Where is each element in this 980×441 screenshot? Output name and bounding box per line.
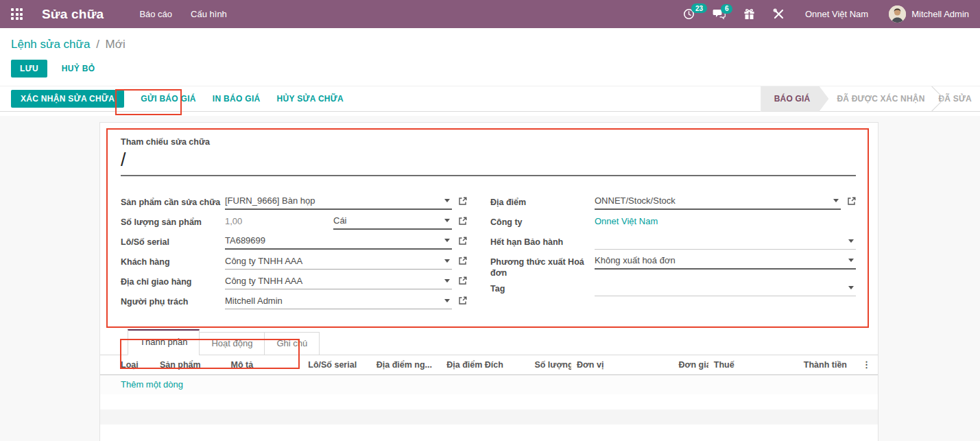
customer-label: Khách hàng [121, 253, 225, 267]
external-link-icon[interactable] [458, 257, 467, 265]
dropdown-caret-icon[interactable] [848, 259, 854, 262]
add-line-link[interactable]: Thêm một dòng [121, 379, 183, 390]
uom-input[interactable]: Cái [333, 213, 452, 230]
warranty-input[interactable] [595, 233, 856, 250]
col-lot-serial[interactable]: Lô/Số serial [302, 355, 370, 375]
external-link-icon[interactable] [847, 197, 856, 206]
external-link-icon[interactable] [458, 237, 467, 246]
empty-row [100, 394, 878, 409]
delivery-address-input[interactable]: Công ty TNHH AAA [225, 273, 452, 289]
company-switcher[interactable]: Onnet Việt Nam [805, 9, 868, 19]
tab-notes[interactable]: Ghi chú [264, 332, 320, 355]
col-dest-location[interactable]: Địa điểm Đích [441, 355, 529, 375]
invoice-method-label: Phương thức xuất Hoá đơn [490, 253, 595, 278]
breadcrumb-repair-orders[interactable]: Lệnh sửa chữa [11, 38, 90, 51]
gift-menu[interactable] [743, 8, 755, 20]
lot-serial-input[interactable]: TA689699 [225, 233, 452, 250]
app-title: Sửa chữa [42, 7, 104, 22]
warranty-label: Hết hạn Bảo hành [490, 233, 595, 248]
form-right-column: Địa điểm ONNET/Stock/Stock Công ty [490, 193, 856, 313]
activity-menu[interactable]: 23 [683, 8, 695, 20]
send-quotation-button[interactable]: GỬI BÁO GIÁ [141, 94, 196, 104]
form-sheet: Tham chiếu sửa chữa / Sản phẩm cần sửa c… [99, 122, 879, 441]
tag-input[interactable] [595, 280, 856, 296]
col-source-location[interactable]: Địa điểm ng... [371, 355, 442, 375]
empty-row [100, 409, 878, 425]
col-product[interactable]: Sản phẩm [154, 355, 226, 375]
user-name: Mitchell Admin [911, 9, 969, 19]
dropdown-caret-icon[interactable] [444, 259, 450, 263]
control-panel: Lệnh sửa chữa / Mới LƯU HUỶ BỎ [0, 28, 980, 86]
breadcrumb-separator: / [96, 38, 99, 51]
menu-reporting[interactable]: Báo cáo [139, 9, 172, 19]
col-subtotal[interactable]: Thành tiền [786, 355, 852, 375]
form-left-column: Sản phẩm cần sửa chữa [FURN_9666] Bàn họ… [121, 193, 467, 313]
tab-components[interactable]: Thành phần [128, 329, 200, 355]
print-quotation-button[interactable]: IN BÁO GIÁ [213, 94, 261, 104]
field-company: Công ty Onnet Việt Nam [490, 213, 856, 232]
responsible-input[interactable]: Mitchell Admin [225, 293, 452, 309]
breadcrumb: Lệnh sửa chữa / Mới [11, 38, 969, 51]
notebook-tabs: Thành phần Hoạt động Ghi chú [100, 329, 878, 355]
field-delivery-address: Địa chỉ giao hàng Công ty TNHH AAA [121, 273, 467, 291]
location-label: Địa điểm [490, 193, 595, 208]
dropdown-caret-icon[interactable] [444, 199, 450, 202]
external-link-icon[interactable] [458, 197, 467, 206]
support-tools-menu[interactable] [773, 8, 785, 20]
message-count-badge: 6 [721, 4, 733, 14]
add-line-row: Thêm một dòng [100, 375, 878, 395]
field-invoice-method: Phương thức xuất Hoá đơn Không xuất hoá … [490, 253, 856, 278]
location-input[interactable]: ONNET/Stock/Stock [595, 193, 841, 210]
tag-label: Tag [490, 280, 595, 294]
dropdown-caret-icon[interactable] [444, 279, 450, 283]
col-tax[interactable]: Thuế [708, 355, 786, 375]
discard-button[interactable]: HUỶ BỎ [62, 64, 95, 73]
menu-configuration[interactable]: Cấu hình [191, 9, 227, 19]
company-label: Công ty [490, 213, 595, 228]
invoice-method-input[interactable]: Không xuất hoá đơn [595, 253, 856, 270]
responsible-label: Người phụ trách [121, 293, 225, 307]
quantity-value: 1,00 [225, 213, 333, 226]
stage-confirmed[interactable]: ĐÃ ĐƯỢC XÁC NHẬN [828, 94, 933, 104]
messages-menu[interactable]: 6 [713, 9, 726, 20]
stage-quotation[interactable]: BÁO GIÁ [761, 86, 829, 112]
stage-stepper: BÁO GIÁ ĐÃ ĐƯỢC XÁC NHẬN ĐÃ SỬA [761, 86, 980, 112]
save-button[interactable]: LƯU [11, 60, 47, 78]
field-location: Địa điểm ONNET/Stock/Stock [490, 193, 856, 212]
col-type[interactable]: Loại [100, 355, 154, 375]
tools-icon [773, 8, 785, 20]
reference-input[interactable]: / [121, 148, 856, 176]
activity-count-badge: 23 [691, 3, 707, 13]
product-label: Sản phẩm cần sửa chữa [121, 193, 225, 208]
dropdown-caret-icon[interactable] [848, 286, 854, 289]
external-link-icon[interactable] [458, 296, 467, 305]
dropdown-caret-icon[interactable] [848, 239, 854, 243]
column-options-icon[interactable]: ⋮ [852, 355, 878, 375]
statusbar: XÁC NHẬN SỬA CHỮA GỬI BÁO GIÁ IN BÁO GIÁ… [0, 86, 980, 112]
apps-menu-icon[interactable] [11, 8, 23, 20]
company-link[interactable]: Onnet Việt Nam [595, 216, 658, 226]
col-unit-price[interactable]: Đơn giá [673, 355, 708, 375]
field-responsible: Người phụ trách Mitchell Admin [121, 293, 467, 311]
external-link-icon[interactable] [458, 217, 467, 226]
quantity-label: Số lượng sản phẩm [121, 213, 225, 228]
dropdown-caret-icon[interactable] [444, 239, 450, 242]
dropdown-caret-icon[interactable] [444, 299, 450, 302]
dropdown-caret-icon[interactable] [444, 219, 450, 222]
field-customer: Khách hàng Công ty TNHH AAA [121, 253, 467, 272]
col-quantity[interactable]: Số lượng [529, 355, 571, 375]
tab-operations[interactable]: Hoạt động [199, 332, 265, 355]
avatar [889, 5, 906, 23]
delivery-address-label: Địa chỉ giao hàng [121, 273, 225, 287]
cancel-repair-button[interactable]: HỦY SỬA CHỮA [277, 94, 344, 104]
breadcrumb-current: Mới [106, 38, 126, 51]
col-uom[interactable]: Đơn vị [571, 355, 673, 375]
customer-input[interactable]: Công ty TNHH AAA [225, 253, 452, 270]
external-link-icon[interactable] [458, 276, 467, 285]
col-description[interactable]: Mô tả [225, 355, 302, 375]
confirm-repair-button[interactable]: XÁC NHẬN SỬA CHỮA [11, 90, 124, 108]
dropdown-caret-icon[interactable] [833, 199, 839, 202]
user-menu[interactable]: Mitchell Admin [889, 5, 969, 23]
product-input[interactable]: [FURN_9666] Bàn họp [225, 193, 452, 210]
lot-serial-label: Lô/Số serial [121, 233, 225, 248]
